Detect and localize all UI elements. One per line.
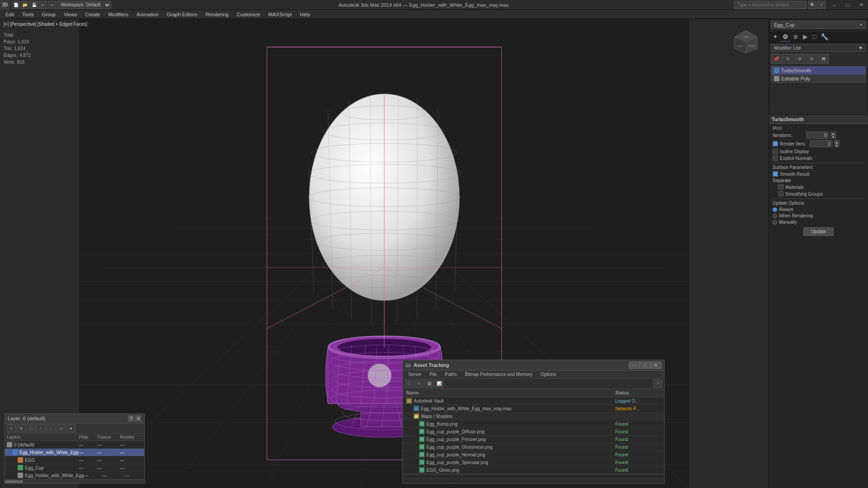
help-icon[interactable]: ? xyxy=(817,1,826,9)
menu-rendering[interactable]: Rendering xyxy=(202,10,232,19)
layer-row-egg-cup[interactable]: Egg_Cup — — — xyxy=(5,464,144,472)
ts-smoothgroups-check[interactable] xyxy=(778,191,783,197)
menu-customize[interactable]: Customize xyxy=(233,10,264,19)
asset-help-btn[interactable]: ? xyxy=(653,380,662,388)
ts-when-rendering-radio[interactable] xyxy=(773,214,777,218)
viewport[interactable]: [+] [Perspective] [Shaded + Edged Faces]… xyxy=(0,19,769,488)
menu-group[interactable]: Group xyxy=(38,10,60,19)
asset-tool-1[interactable]: □ xyxy=(405,380,414,388)
viewport-cube[interactable]: TOP LEFT FRONT xyxy=(732,28,760,55)
ts-explicit-check[interactable] xyxy=(773,155,778,161)
asset-menu-options[interactable]: Options xyxy=(537,371,560,378)
asset-tool-3[interactable]: 🖼 xyxy=(425,380,434,388)
ts-isoline-label: Isoline Display xyxy=(780,149,809,154)
asset-row-gloss[interactable]: 🖼 Egg_cup_purple_Glossiness.png Found xyxy=(403,443,664,451)
layers-close-btn[interactable]: ✕ xyxy=(135,415,142,422)
menu-edit[interactable]: Edit xyxy=(2,10,18,19)
ts-renderiters-down[interactable]: ▼ xyxy=(834,144,840,147)
layer-row-egg[interactable]: EGG — — — xyxy=(5,456,144,464)
col-hide: Hide xyxy=(79,435,97,440)
ts-iterations-up[interactable]: ▲ xyxy=(830,131,836,135)
tab-utilities[interactable]: 🔧 xyxy=(819,32,830,42)
maximize-button[interactable]: □ xyxy=(841,0,854,10)
menu-modifiers[interactable]: Modifiers xyxy=(104,10,132,19)
layers-delete-btn[interactable]: ✕ xyxy=(17,424,26,432)
layers-scrollbar[interactable] xyxy=(5,479,144,483)
modifier-turbosmooth[interactable]: TurboSmooth xyxy=(771,66,866,75)
asset-menu-paths[interactable]: Paths xyxy=(442,371,461,378)
ts-smooth-result-check[interactable]: ✓ xyxy=(773,171,778,177)
modifier-list-header[interactable]: Modifier List ▼ xyxy=(771,44,866,52)
menu-graph-editors[interactable]: Graph Editors xyxy=(163,10,201,19)
layers-new-btn[interactable]: □ xyxy=(27,424,36,432)
undo-btn[interactable]: ↩ xyxy=(39,1,47,9)
asset-hscrollbar[interactable] xyxy=(403,474,664,479)
tab-hierarchy[interactable]: ⊕ xyxy=(791,32,800,42)
layers-help-btn[interactable]: ? xyxy=(128,415,134,422)
layers-highlight-btn[interactable]: ● xyxy=(66,424,75,432)
asset-menu-bitmap[interactable]: Bitmap Performance and Memory xyxy=(461,371,536,378)
menu-help[interactable]: Help xyxy=(297,10,314,19)
asset-row-maxfile[interactable]: 3D Egg_Holder_with_White_Egg_max_vray.ma… xyxy=(403,405,664,413)
layer-row-egg-holder[interactable]: Egg_Holder_with_White_Egg — — — xyxy=(5,449,144,456)
modifier-editablepoly[interactable]: Editable Poly xyxy=(771,75,866,83)
search-input[interactable] xyxy=(734,1,807,9)
mod-edit-btn[interactable]: ✎ xyxy=(783,54,793,64)
layer-row[interactable]: 0 (default) — — — xyxy=(5,441,144,449)
redo-btn[interactable]: ↪ xyxy=(48,1,56,9)
ts-render-iters-input[interactable] xyxy=(810,140,832,147)
mod-copy-btn[interactable]: ⬒ xyxy=(818,54,829,64)
menu-animation[interactable]: Animation xyxy=(133,10,162,19)
save-btn[interactable]: 💾 xyxy=(30,1,38,9)
tab-create[interactable]: ✦ xyxy=(771,32,780,42)
asset-row-specular[interactable]: 🖼 Egg_cup_purple_Specular.png Found xyxy=(403,459,664,466)
asset-row-vault[interactable]: 🗂 Autodesk Vault Logged O... xyxy=(403,397,664,405)
tab-display[interactable]: □ xyxy=(811,32,818,42)
menu-tools[interactable]: Tools xyxy=(19,10,38,19)
viewport-label: [+] [Perspective] [Shaded + Edged Faces] xyxy=(4,22,87,27)
ts-materials-check[interactable] xyxy=(778,184,783,190)
menu-maxscript[interactable]: MAXScript xyxy=(265,10,296,19)
ts-isoline-check[interactable] xyxy=(773,149,778,154)
ts-render-iters-check[interactable]: ✓ xyxy=(773,141,778,146)
asset-close-btn[interactable]: ✕ xyxy=(651,361,661,369)
asset-tool-2[interactable]: ≡ xyxy=(415,380,424,388)
tab-modify[interactable]: ⚙ xyxy=(781,32,790,42)
ts-renderiters-up[interactable]: ▲ xyxy=(834,140,840,144)
open-btn[interactable]: 📂 xyxy=(21,1,29,9)
mod-pin-btn[interactable]: 📌 xyxy=(771,54,782,64)
ts-manually-radio[interactable] xyxy=(773,220,777,225)
asset-row-normal[interactable]: 🖼 Egg_cup_purple_Normal.png Found xyxy=(403,451,664,459)
layers-select-btn[interactable]: ◇ xyxy=(57,424,66,432)
mod-delete-btn[interactable]: ✕ xyxy=(806,54,817,64)
asset-row-bump[interactable]: 🖼 Egg_Bump.png Found xyxy=(403,420,664,428)
top-bar: 3D 📄 📂 💾 ↩ ↪ Workspace: Default Autodesk… xyxy=(0,0,868,10)
mod-wire-btn[interactable]: ⟳ xyxy=(794,54,805,64)
asset-row-maps[interactable]: 📁 Maps / Shaders xyxy=(403,413,664,420)
asset-tool-4[interactable]: 📊 xyxy=(434,380,443,388)
ts-always-radio[interactable] xyxy=(773,207,777,212)
new-btn[interactable]: 📄 xyxy=(12,1,20,9)
layers-movedown-btn[interactable]: ↓ xyxy=(47,424,56,432)
close-button[interactable]: ✕ xyxy=(854,0,868,10)
menu-views[interactable]: Views xyxy=(60,10,80,19)
workspace-dropdown[interactable]: Workspace: Default xyxy=(57,1,111,9)
ts-iterations-down[interactable]: ▼ xyxy=(830,135,836,139)
asset-row-diffuse[interactable]: 🖼 Egg_cup_purple_Diffuse.png Found xyxy=(403,428,664,436)
ts-update-button[interactable]: Update xyxy=(803,227,833,236)
ts-always-label: Always xyxy=(779,207,793,212)
search-icon[interactable]: 🔍 xyxy=(808,1,816,9)
minimize-button[interactable]: – xyxy=(827,0,841,10)
layers-add-btn[interactable]: + xyxy=(7,424,16,432)
asset-menu-file[interactable]: File xyxy=(426,371,440,378)
layer-row-holder2[interactable]: Egg_Holder_with_White_Egg — — — xyxy=(5,472,144,479)
menu-create[interactable]: Create xyxy=(81,10,104,19)
asset-minimize-btn[interactable]: ─ xyxy=(629,361,640,369)
tab-motion[interactable]: ▶ xyxy=(801,32,810,42)
ts-iterations-input[interactable] xyxy=(806,131,829,139)
asset-menu-server[interactable]: Server xyxy=(405,371,425,378)
asset-row-fresnel[interactable]: 🖼 Egg_cup_purple_Fresnel.png Found xyxy=(403,436,664,443)
layers-move-btn[interactable]: ↑ xyxy=(37,424,46,432)
asset-maximize-btn[interactable]: □ xyxy=(640,361,651,369)
asset-row-egggloss[interactable]: 🖼 EGG_Gloss.png Found xyxy=(403,466,664,474)
